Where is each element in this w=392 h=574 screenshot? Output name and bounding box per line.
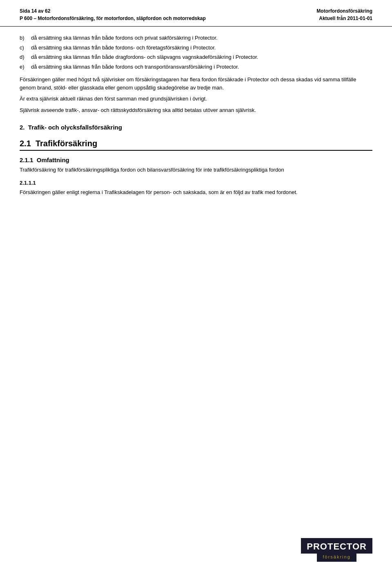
list-item: c) då ersättning ska lämnas från både fo… bbox=[20, 44, 372, 52]
list-section-be: b) då ersättning ska lämnas från både fo… bbox=[20, 34, 372, 71]
list-bullet-b: b) bbox=[20, 34, 31, 42]
valid-date: Aktuell från 2011-01-01 bbox=[316, 15, 372, 22]
paragraph-1: Försäkringen gäller med högst två självr… bbox=[20, 76, 372, 92]
list-item: d) då ersättning ska lämnas från både dr… bbox=[20, 53, 372, 61]
section-2111-heading: 2.1.1.1 bbox=[20, 180, 372, 186]
footer-logo-area: PROTECTOR försäkring bbox=[301, 538, 372, 562]
list-item: b) då ersättning ska lämnas från både fo… bbox=[20, 34, 372, 42]
section-2111-text: Försäkringen gäller enligt reglerna i Tr… bbox=[20, 188, 372, 197]
paragraph-3: Självrisk avseende trafik-, ansvar- och … bbox=[20, 106, 372, 114]
list-bullet-d: d) bbox=[20, 53, 31, 61]
insurance-type: Motorfordonsförsäkring bbox=[316, 7, 372, 15]
header-left: Sida 14 av 62 P 600 – Motorfordonsförsäk… bbox=[20, 7, 206, 22]
section-211-heading: 2.1.1 Omfattning bbox=[20, 156, 372, 163]
page-number: Sida 14 av 62 bbox=[20, 7, 206, 15]
section-211-text: Trafikförsäkring för trafikförsäkringspl… bbox=[20, 166, 372, 174]
section-21-heading: 2.1 Trafikförsäkring bbox=[20, 139, 372, 151]
logo-text: PROTECTOR bbox=[301, 538, 372, 554]
document-title-line: P 600 – Motorfordonsförsäkring, för moto… bbox=[20, 15, 206, 22]
page-header: Sida 14 av 62 P 600 – Motorfordonsförsäk… bbox=[0, 0, 392, 27]
section-2-heading: 2. Trafik- och olycksfallsförsäkring bbox=[20, 124, 372, 131]
list-bullet-e: e) bbox=[20, 63, 31, 71]
list-text-e: då ersättning ska lämnas från både fordo… bbox=[31, 63, 372, 71]
list-text-c: då ersättning ska lämnas från både fordo… bbox=[31, 44, 372, 52]
page: Sida 14 av 62 P 600 – Motorfordonsförsäk… bbox=[0, 0, 392, 574]
list-item: e) då ersättning ska lämnas från både fo… bbox=[20, 63, 372, 71]
list-text-d: då ersättning ska lämnas från både dragf… bbox=[31, 53, 372, 61]
logo-subtext: försäkring bbox=[317, 554, 356, 562]
main-content: b) då ersättning ska lämnas från både fo… bbox=[0, 27, 392, 216]
protector-logo: PROTECTOR försäkring bbox=[301, 538, 372, 562]
list-text-b: då ersättning ska lämnas från både fordo… bbox=[31, 34, 372, 42]
header-right: Motorfordonsförsäkring Aktuell från 2011… bbox=[316, 7, 372, 22]
list-bullet-c: c) bbox=[20, 44, 31, 52]
paragraph-2: Är extra självrisk aktuell räknas den fö… bbox=[20, 95, 372, 103]
